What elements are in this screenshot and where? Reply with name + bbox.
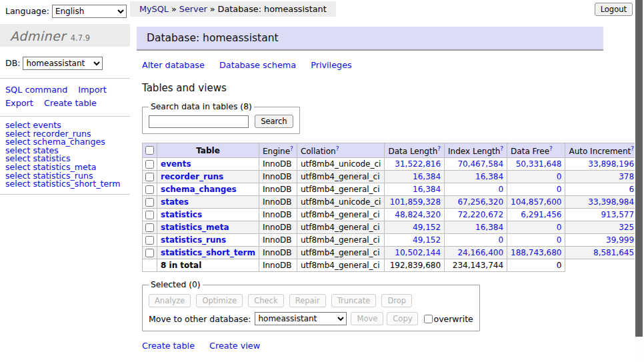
help-link[interactable]: ? bbox=[336, 145, 339, 152]
create-view-link[interactable]: Create view bbox=[209, 341, 260, 351]
data-free-cell-link[interactable]: 188,743,680 bbox=[511, 248, 561, 257]
table-name-cell: states bbox=[157, 196, 259, 209]
row-checkbox[interactable] bbox=[145, 198, 154, 207]
data-length-cell-link[interactable]: 48,824,320 bbox=[395, 210, 441, 219]
auto-increment-cell-link[interactable]: 33,398,984 bbox=[588, 197, 634, 207]
data-length-cell-link[interactable]: 101,859,328 bbox=[390, 197, 441, 207]
select-all-checkbox[interactable] bbox=[145, 146, 154, 155]
data-free-cell-link[interactable]: 50,331,648 bbox=[516, 159, 562, 169]
data-free-cell: 0 bbox=[507, 171, 565, 183]
tables-and-views-heading: Tables and views bbox=[142, 82, 635, 94]
language-select[interactable]: English bbox=[52, 5, 127, 18]
move-database-select[interactable]: homeassistant bbox=[255, 312, 347, 325]
index-length-cell-link[interactable]: 16,384 bbox=[475, 172, 503, 181]
privileges-link[interactable]: Privileges bbox=[311, 60, 352, 70]
data-free-cell-link[interactable]: 6,291,456 bbox=[521, 210, 561, 219]
sidebar-item-select-statistics-short-term[interactable]: select statistics_short_term bbox=[5, 180, 125, 189]
data-length-cell-link[interactable]: 10,502,144 bbox=[395, 248, 441, 257]
table-name-link[interactable]: statistics bbox=[161, 210, 202, 219]
row-checkbox-cell bbox=[143, 221, 157, 234]
data-length-cell-link[interactable]: 16,384 bbox=[413, 185, 441, 194]
index-length-cell-link[interactable]: 72,220,672 bbox=[457, 210, 503, 219]
row-checkbox[interactable] bbox=[145, 211, 154, 219]
engine-cell: InnoDB bbox=[259, 171, 297, 183]
sidebar: Language:English Adminer 4.7.9 DB:homeas… bbox=[0, 0, 130, 362]
table-name-link[interactable]: events bbox=[161, 159, 191, 169]
row-checkbox[interactable] bbox=[145, 173, 154, 181]
auto-increment-cell-link[interactable]: 39,999 bbox=[606, 235, 634, 245]
data-length-cell-link[interactable]: 16,384 bbox=[413, 172, 441, 181]
auto-increment-cell-link[interactable]: 913,577 bbox=[601, 210, 634, 219]
row-checkbox-cell bbox=[143, 183, 157, 196]
scrollbar-track[interactable] bbox=[635, 0, 644, 362]
row-checkbox[interactable] bbox=[145, 249, 154, 257]
table-name-link[interactable]: statistics_meta bbox=[161, 223, 229, 232]
move-button: Move bbox=[351, 312, 383, 325]
auto-increment-cell-link[interactable]: 33,898,196 bbox=[588, 159, 634, 169]
data-length-cell-link[interactable]: 49,152 bbox=[413, 223, 441, 232]
index-length-cell-link[interactable]: 16,384 bbox=[475, 223, 503, 232]
table-row-statistics: statisticsInnoDButf8mb4_general_ci48,824… bbox=[143, 209, 644, 221]
table-name-link[interactable]: recorder_runs bbox=[161, 172, 223, 181]
sidebar-divider bbox=[0, 78, 130, 79]
index-length-cell-link[interactable]: 0 bbox=[498, 235, 503, 245]
database-schema-link[interactable]: Database schema bbox=[219, 60, 296, 70]
scrollbar-thumb[interactable] bbox=[635, 0, 643, 337]
auto-increment-cell-link[interactable]: 325 bbox=[619, 223, 634, 232]
help-sup: ? bbox=[290, 145, 293, 152]
row-checkbox[interactable] bbox=[145, 236, 154, 245]
auto-increment-cell-link[interactable]: 8,581,645 bbox=[593, 248, 634, 257]
help-link[interactable]: ? bbox=[500, 145, 503, 152]
index-length-cell-link[interactable]: 67,256,320 bbox=[457, 197, 503, 207]
sidebar-divider bbox=[0, 116, 130, 117]
column-header-engine: Engine? bbox=[259, 143, 297, 158]
data-length-cell-link[interactable]: 31,522,816 bbox=[395, 159, 441, 169]
index-length-cell: 16,384 bbox=[445, 221, 507, 234]
auto-increment-cell: 33,898,196 bbox=[565, 158, 638, 171]
table-name-link[interactable]: statistics_runs bbox=[161, 235, 226, 245]
engine-cell: InnoDB bbox=[259, 234, 297, 247]
column-header-data-length: Data Length? bbox=[385, 143, 445, 158]
row-checkbox[interactable] bbox=[145, 185, 154, 194]
total-collation-cell: utf8mb4_general_ci bbox=[297, 259, 385, 272]
row-checkbox[interactable] bbox=[145, 160, 154, 169]
auto-increment-cell-link[interactable]: 6 bbox=[629, 185, 634, 194]
index-length-cell-link[interactable]: 24,166,400 bbox=[457, 248, 503, 257]
help-sup: ? bbox=[336, 145, 339, 152]
column-header-label: Index Length bbox=[448, 147, 500, 156]
data-free-cell-link[interactable]: 104,857,600 bbox=[511, 197, 561, 207]
help-link[interactable]: ? bbox=[437, 145, 441, 152]
auto-increment-cell-link[interactable]: 378 bbox=[619, 172, 634, 181]
help-link[interactable]: ? bbox=[631, 145, 634, 152]
create-table-link[interactable]: Create table bbox=[142, 341, 195, 351]
index-length-cell: 70,467,584 bbox=[445, 158, 507, 171]
sql-command-link[interactable]: SQL command bbox=[5, 85, 67, 95]
overwrite-checkbox[interactable] bbox=[424, 315, 433, 323]
column-header-index-length: Index Length? bbox=[445, 143, 507, 158]
data-free-cell-link[interactable]: 0 bbox=[557, 185, 562, 194]
data-length-cell-link[interactable]: 49,152 bbox=[413, 235, 441, 245]
table-name-link[interactable]: schema_changes bbox=[161, 185, 237, 194]
search-input[interactable] bbox=[149, 115, 249, 128]
alter-database-link[interactable]: Alter database bbox=[142, 60, 205, 70]
data-free-cell-link[interactable]: 0 bbox=[557, 235, 562, 245]
data-length-cell: 101,859,328 bbox=[385, 196, 445, 209]
data-free-cell-link[interactable]: 0 bbox=[557, 172, 562, 181]
table-name-link[interactable]: states bbox=[161, 197, 189, 207]
table-name-link[interactable]: statistics_short_term bbox=[161, 248, 255, 257]
create-table-link-sidebar[interactable]: Create table bbox=[44, 98, 97, 108]
collation-cell: utf8mb4_unicode_ci bbox=[297, 196, 385, 209]
export-link[interactable]: Export bbox=[5, 98, 33, 108]
index-length-cell-link[interactable]: 0 bbox=[498, 185, 503, 194]
data-free-cell-link[interactable]: 0 bbox=[557, 223, 562, 232]
row-checkbox[interactable] bbox=[145, 223, 154, 232]
search-button[interactable]: Search bbox=[255, 115, 293, 128]
help-link[interactable]: ? bbox=[290, 145, 293, 152]
analyze-button: Analyze bbox=[149, 294, 191, 307]
import-link[interactable]: Import bbox=[78, 85, 106, 95]
index-length-cell: 24,166,400 bbox=[445, 247, 507, 259]
index-length-cell-link[interactable]: 70,467,584 bbox=[457, 159, 503, 169]
data-length-cell: 16,384 bbox=[385, 183, 445, 196]
db-select[interactable]: homeassistant bbox=[23, 57, 103, 70]
help-link[interactable]: ? bbox=[549, 145, 553, 152]
